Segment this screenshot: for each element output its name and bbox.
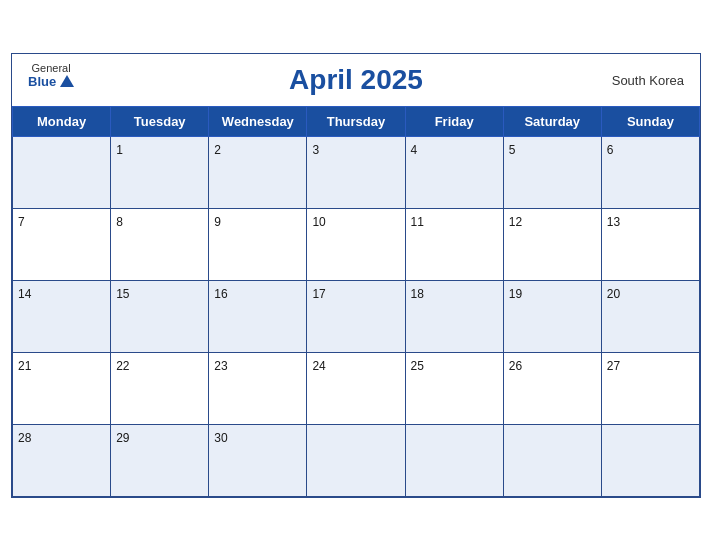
day-number: 4 [411, 143, 418, 157]
day-number: 28 [18, 431, 31, 445]
calendar-cell: 13 [601, 208, 699, 280]
calendar-cell [601, 424, 699, 496]
day-number: 16 [214, 287, 227, 301]
weekday-thursday: Thursday [307, 106, 405, 136]
calendar: General Blue April 2025 South Korea Mond… [11, 53, 701, 498]
calendar-cell: 26 [503, 352, 601, 424]
logo: General Blue [28, 62, 74, 89]
day-number: 9 [214, 215, 221, 229]
weekday-header-row: MondayTuesdayWednesdayThursdayFridaySatu… [13, 106, 700, 136]
calendar-cell: 21 [13, 352, 111, 424]
calendar-cell: 17 [307, 280, 405, 352]
day-number: 18 [411, 287, 424, 301]
weekday-saturday: Saturday [503, 106, 601, 136]
calendar-week-row: 282930 [13, 424, 700, 496]
day-number: 21 [18, 359, 31, 373]
day-number: 25 [411, 359, 424, 373]
calendar-cell: 4 [405, 136, 503, 208]
day-number: 27 [607, 359, 620, 373]
weekday-friday: Friday [405, 106, 503, 136]
day-number: 8 [116, 215, 123, 229]
day-number: 15 [116, 287, 129, 301]
day-number: 10 [312, 215, 325, 229]
calendar-cell: 16 [209, 280, 307, 352]
calendar-cell: 11 [405, 208, 503, 280]
day-number: 3 [312, 143, 319, 157]
calendar-cell: 2 [209, 136, 307, 208]
calendar-cell: 20 [601, 280, 699, 352]
day-number: 29 [116, 431, 129, 445]
day-number: 17 [312, 287, 325, 301]
logo-triangle-icon [60, 75, 74, 87]
day-number: 23 [214, 359, 227, 373]
calendar-cell: 23 [209, 352, 307, 424]
calendar-week-row: 78910111213 [13, 208, 700, 280]
day-number: 26 [509, 359, 522, 373]
day-number: 30 [214, 431, 227, 445]
day-number: 11 [411, 215, 424, 229]
calendar-cell: 30 [209, 424, 307, 496]
calendar-cell: 22 [111, 352, 209, 424]
calendar-header: General Blue April 2025 South Korea [12, 54, 700, 106]
calendar-cell [13, 136, 111, 208]
calendar-cell: 19 [503, 280, 601, 352]
calendar-cell [307, 424, 405, 496]
weekday-wednesday: Wednesday [209, 106, 307, 136]
calendar-week-row: 14151617181920 [13, 280, 700, 352]
weekday-monday: Monday [13, 106, 111, 136]
day-number: 19 [509, 287, 522, 301]
calendar-table: MondayTuesdayWednesdayThursdayFridaySatu… [12, 106, 700, 497]
calendar-cell: 1 [111, 136, 209, 208]
calendar-cell: 29 [111, 424, 209, 496]
country-label: South Korea [612, 72, 684, 87]
day-number: 5 [509, 143, 516, 157]
day-number: 13 [607, 215, 620, 229]
logo-general-text: General [32, 62, 71, 74]
weekday-tuesday: Tuesday [111, 106, 209, 136]
calendar-cell: 14 [13, 280, 111, 352]
calendar-cell: 8 [111, 208, 209, 280]
calendar-week-row: 123456 [13, 136, 700, 208]
day-number: 6 [607, 143, 614, 157]
logo-blue-text: Blue [28, 74, 74, 89]
calendar-cell: 5 [503, 136, 601, 208]
day-number: 20 [607, 287, 620, 301]
calendar-cell: 25 [405, 352, 503, 424]
calendar-title: April 2025 [289, 64, 423, 96]
calendar-cell: 27 [601, 352, 699, 424]
day-number: 7 [18, 215, 25, 229]
calendar-cell: 9 [209, 208, 307, 280]
weekday-sunday: Sunday [601, 106, 699, 136]
calendar-cell: 15 [111, 280, 209, 352]
calendar-cell: 3 [307, 136, 405, 208]
day-number: 14 [18, 287, 31, 301]
calendar-cell: 7 [13, 208, 111, 280]
calendar-cell: 18 [405, 280, 503, 352]
calendar-cell [503, 424, 601, 496]
day-number: 24 [312, 359, 325, 373]
calendar-cell: 6 [601, 136, 699, 208]
calendar-cell: 12 [503, 208, 601, 280]
day-number: 1 [116, 143, 123, 157]
calendar-week-row: 21222324252627 [13, 352, 700, 424]
calendar-cell: 28 [13, 424, 111, 496]
day-number: 12 [509, 215, 522, 229]
day-number: 2 [214, 143, 221, 157]
day-number: 22 [116, 359, 129, 373]
calendar-cell: 24 [307, 352, 405, 424]
calendar-cell [405, 424, 503, 496]
calendar-cell: 10 [307, 208, 405, 280]
